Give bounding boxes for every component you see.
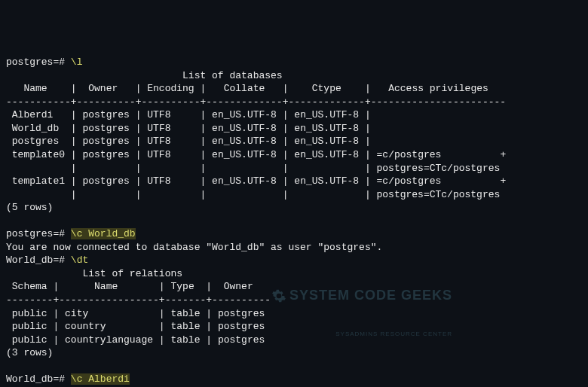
rel-count: (3 rows) xyxy=(6,347,53,358)
db-row-cont: | | | | | postgres=CTc/postgres xyxy=(6,163,500,174)
rel-separator: --------+-----------------+-------+-----… xyxy=(6,294,271,306)
db-row: postgres | postgres | UTF8 | en_US.UTF-8… xyxy=(6,136,371,147)
command-connect-world: \c World_db xyxy=(71,228,136,239)
rel-header-row: Schema | Name | Type | Owner xyxy=(6,281,253,292)
watermark: SYSTEM CODE GEEKS SYSADMINS RESOURCE CEN… xyxy=(271,260,452,352)
rel-row: public | country | table | postgres xyxy=(6,321,265,332)
command-connect-alberdi: \c Alberdi xyxy=(71,373,130,385)
rel-row: public | city | table | postgres xyxy=(6,308,265,319)
command-list-db: \l xyxy=(71,56,83,68)
psql-prompt-world: World_db=# xyxy=(6,373,65,385)
psql-prompt: postgres=# xyxy=(6,228,65,239)
gear-icon xyxy=(271,288,286,303)
db-row: World_db | postgres | UTF8 | en_US.UTF-8… xyxy=(6,123,371,134)
db-separator: -----------+----------+----------+------… xyxy=(6,96,506,108)
db-count: (5 rows) xyxy=(6,202,53,213)
rel-title: List of relations xyxy=(6,268,182,279)
connect-msg-world: You are now connected to database "World… xyxy=(6,242,382,253)
command-list-tables: \dt xyxy=(71,254,88,266)
db-row: template0 | postgres | UTF8 | en_US.UTF-… xyxy=(6,149,506,160)
db-header-row: Name | Owner | Encoding | Collate | Ctyp… xyxy=(6,83,488,94)
rel-row: public | countrylanguage | table | postg… xyxy=(6,334,265,346)
psql-prompt-world: World_db=# xyxy=(6,254,65,266)
db-row: template1 | postgres | UTF8 | en_US.UTF-… xyxy=(6,175,506,187)
psql-prompt: postgres=# xyxy=(6,56,65,68)
terminal-output[interactable]: postgres=# \l List of databases Name | O… xyxy=(6,56,506,387)
db-list-title: List of databases xyxy=(6,70,283,81)
db-row-cont: | | | | | postgres=CTc/postgres xyxy=(6,189,500,200)
db-row: Alberdi | postgres | UTF8 | en_US.UTF-8 … xyxy=(6,109,371,120)
